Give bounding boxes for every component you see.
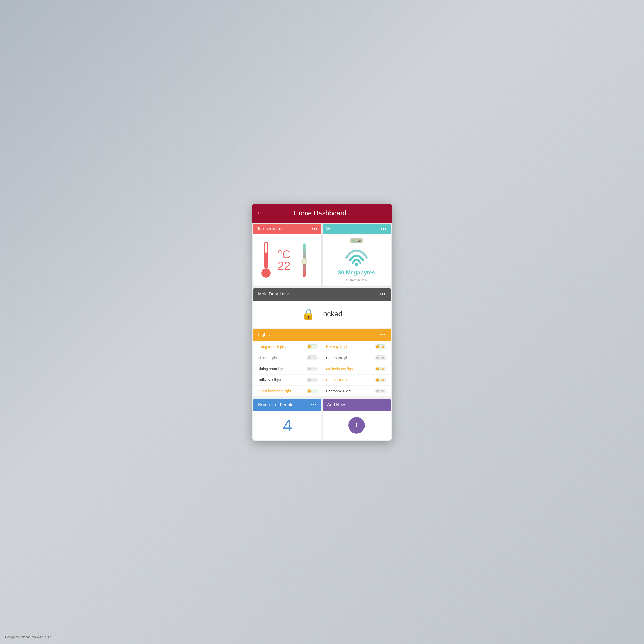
add-new-card: Add New +	[323, 399, 391, 440]
toggle-label: On	[380, 367, 384, 370]
lights-title: Lights	[258, 332, 270, 337]
number-card-title: Number of People	[258, 402, 293, 408]
wifi-toggle-label: On	[357, 239, 361, 243]
wifi-card-header: Wifi •••	[323, 224, 391, 234]
light-name: Hallway 1 light	[258, 378, 281, 382]
lights-menu[interactable]: •••	[379, 332, 386, 338]
light-row: Kitchen light Off	[253, 352, 322, 363]
light-row: Living room lights On	[253, 341, 322, 352]
top-cards-row: Temperature •••	[252, 223, 392, 287]
light-name: Bathroom light	[326, 356, 349, 360]
temperature-menu[interactable]: •••	[311, 226, 318, 232]
light-toggle[interactable]: Off	[307, 378, 318, 382]
light-name: Living room lights	[258, 345, 286, 349]
add-card-body: +	[323, 411, 391, 439]
lights-section: Lights ••• Living room lights On Hallway…	[253, 329, 391, 397]
wifi-menu[interactable]: •••	[380, 226, 387, 232]
toggle-dot	[308, 345, 311, 348]
toggle-dot	[308, 389, 311, 393]
toggle-label: Off	[380, 389, 384, 393]
light-row: Bedroom 3 light Off	[322, 386, 391, 397]
light-toggle[interactable]: On	[375, 344, 386, 349]
number-card-menu[interactable]: •••	[310, 402, 317, 408]
door-lock-header: Main Door Lock •••	[253, 288, 391, 301]
wifi-data-value: 30 Megabytes	[338, 269, 375, 276]
toggle-dot	[308, 378, 311, 382]
light-toggle[interactable]: Off	[375, 355, 386, 360]
light-toggle[interactable]: On	[307, 344, 318, 349]
light-toggle[interactable]: On	[375, 367, 386, 371]
light-row: Guest bathroom light On	[253, 386, 322, 397]
footer-credit: Design by: Michael Volkwijn 2017	[5, 635, 51, 639]
light-name: Kitchen light	[258, 356, 277, 360]
celsius-display: °C 22	[278, 249, 290, 272]
light-name: My bedroom light	[326, 367, 354, 371]
light-toggle[interactable]: On	[375, 378, 386, 382]
light-row: My bedroom light On	[322, 363, 391, 375]
light-row: Hallway 1 light Off	[253, 375, 322, 386]
svg-point-4	[355, 263, 358, 266]
page-title: Home Dashboard	[262, 209, 378, 217]
toggle-dot	[308, 356, 311, 359]
toggle-label: On	[311, 345, 315, 348]
celsius-symbol: °C	[278, 249, 290, 260]
door-lock-menu[interactable]: •••	[379, 292, 386, 297]
add-card-header: Add New	[323, 399, 391, 411]
light-row: Bathroom light Off	[322, 352, 391, 363]
header: ‹ Home Dashboard	[252, 204, 392, 223]
number-card-header: Number of People •••	[253, 399, 321, 411]
temperature-value: 22	[278, 260, 290, 272]
people-count: 4	[283, 416, 292, 435]
light-toggle[interactable]: On	[307, 389, 318, 393]
wifi-title: Wifi	[326, 226, 333, 232]
toggle-dot	[308, 367, 311, 370]
light-row: Dining room light Off	[253, 363, 322, 375]
toggle-label: On	[380, 378, 384, 382]
toggle-dot	[376, 378, 379, 382]
svg-rect-1	[265, 252, 267, 268]
phone-container: ‹ Home Dashboard Temperature •••	[252, 204, 392, 441]
toggle-label: Off	[380, 356, 384, 359]
toggle-dot	[376, 389, 379, 393]
slider-thumb[interactable]	[301, 258, 307, 264]
light-row: Bedroom 2 light On	[322, 375, 391, 386]
door-lock-section: Main Door Lock ••• 🔒 Locked	[253, 288, 391, 328]
toggle-label: Off	[311, 356, 315, 359]
light-name: Bedroom 3 light	[326, 389, 351, 393]
light-name: Hallway 2 light	[326, 345, 349, 349]
wifi-icon	[344, 246, 369, 267]
toggle-dot	[376, 367, 379, 370]
temperature-card: Temperature •••	[253, 224, 321, 286]
wifi-data-label: Current Activity	[346, 278, 367, 282]
light-toggle[interactable]: Off	[307, 355, 318, 360]
plus-icon: +	[354, 420, 359, 430]
add-new-button[interactable]: +	[348, 417, 365, 434]
bottom-cards-row: Number of People ••• 4 Add New +	[252, 398, 392, 441]
number-of-people-card: Number of People ••• 4	[253, 399, 321, 440]
toggle-label: On	[380, 345, 384, 348]
door-lock-title: Main Door Lock	[258, 292, 289, 297]
toggle-dot	[376, 345, 379, 348]
light-toggle[interactable]: Off	[375, 389, 386, 393]
wifi-toggle[interactable]: On	[350, 238, 363, 243]
light-name: Dining room light	[258, 367, 285, 371]
lights-header: Lights •••	[253, 329, 391, 341]
wifi-body: On 30 Megabytes Current Activity	[323, 234, 391, 286]
svg-point-3	[263, 270, 269, 276]
wifi-toggle-dot	[352, 239, 355, 243]
back-button[interactable]: ‹	[258, 210, 259, 216]
temperature-title: Temperature	[257, 226, 282, 232]
lights-grid: Living room lights On Hallway 2 light On…	[253, 341, 391, 397]
light-toggle[interactable]: Off	[307, 367, 318, 371]
toggle-label: Off	[311, 367, 315, 370]
lock-icon: 🔒	[302, 308, 315, 320]
toggle-label: Off	[311, 378, 315, 382]
thermometer-icon	[257, 240, 275, 281]
light-row: Hallway 2 light On	[322, 341, 391, 352]
toggle-dot	[376, 356, 379, 359]
number-card-body: 4	[253, 411, 321, 440]
door-lock-body: 🔒 Locked	[253, 301, 391, 328]
light-name: Guest bathroom light	[258, 389, 291, 393]
temperature-slider[interactable]	[303, 243, 306, 277]
add-card-title: Add New	[327, 402, 345, 408]
